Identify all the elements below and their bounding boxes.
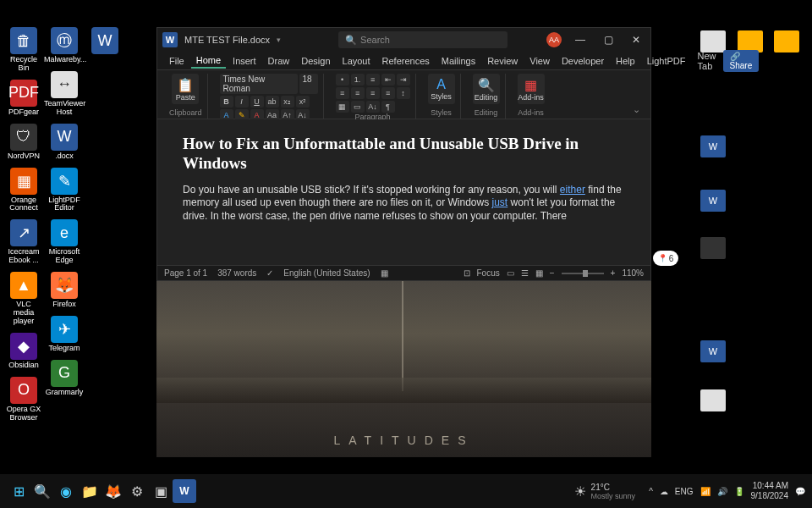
- desktop-file[interactable]: W: [700, 340, 726, 362]
- desktop-icon-orange-connect[interactable]: ▦Orange Connect: [5, 168, 42, 213]
- show-marks-button[interactable]: ¶: [381, 101, 395, 113]
- menu-developer[interactable]: Developer: [557, 54, 609, 68]
- desktop-icon-obsidian[interactable]: ◆Obsidian: [5, 333, 42, 370]
- align-center-button[interactable]: ≡: [351, 87, 365, 99]
- desktop-icon-nordvpn[interactable]: 🛡NordVPN: [5, 124, 42, 161]
- desktop-file[interactable]: W: [700, 190, 726, 212]
- spellcheck-icon[interactable]: ✓: [266, 268, 273, 278]
- desktop-icon-recycle-bin[interactable]: 🗑Recycle Bin: [5, 27, 42, 73]
- maximize-button[interactable]: ▢: [599, 32, 618, 47]
- menu-new-tab[interactable]: New Tab: [693, 49, 721, 73]
- zoom-slider[interactable]: [562, 273, 604, 274]
- web-layout-button[interactable]: ▦: [535, 268, 543, 278]
- user-avatar[interactable]: AA: [546, 32, 562, 47]
- start-button[interactable]: ⊞: [7, 479, 30, 503]
- menu-view[interactable]: View: [524, 54, 555, 68]
- multilevel-button[interactable]: ≡: [366, 74, 380, 86]
- indent-dec-button[interactable]: ⇤: [381, 74, 395, 86]
- menu-help[interactable]: Help: [611, 54, 640, 68]
- desktop-icon-teamviewer-host[interactable]: ↔TeamViewer Host: [46, 71, 83, 117]
- desktop-icon-firefox[interactable]: 🦊Firefox: [46, 272, 83, 309]
- menu-review[interactable]: Review: [482, 54, 523, 68]
- editing-button[interactable]: 🔍Editing: [473, 74, 500, 104]
- tray-volume-icon[interactable]: 🔊: [717, 487, 727, 496]
- justify-button[interactable]: ≡: [381, 87, 395, 99]
- word-count[interactable]: 387 words: [217, 268, 256, 278]
- tray-battery-icon[interactable]: 🔋: [734, 487, 744, 496]
- desktop-icon--docx[interactable]: W.docx: [46, 124, 83, 161]
- line-spacing-button[interactable]: ↕: [397, 87, 410, 99]
- superscript-button[interactable]: x²: [296, 96, 310, 108]
- notification-badge[interactable]: 6: [653, 251, 678, 266]
- font-name-select[interactable]: Times New Roman: [220, 74, 298, 94]
- indent-inc-button[interactable]: ⇥: [397, 74, 410, 86]
- menu-design[interactable]: Design: [296, 54, 335, 68]
- desktop-icon-icecream-ebook-[interactable]: ↗Icecream Ebook ...: [5, 219, 42, 265]
- menu-lightpdf[interactable]: LightPDF: [642, 54, 691, 68]
- desktop-icon-malwareby-[interactable]: ⓜMalwareby...: [46, 27, 83, 64]
- tray-language[interactable]: ENG: [675, 487, 694, 496]
- taskbar-explorer-icon[interactable]: 📁: [78, 479, 102, 503]
- desktop-icon-lightpdf-editor[interactable]: ✎LightPDF Editor: [46, 168, 83, 213]
- menu-file[interactable]: File: [164, 54, 189, 68]
- desktop-file[interactable]: [774, 30, 799, 52]
- italic-button[interactable]: I: [235, 96, 249, 108]
- menu-layout[interactable]: Layout: [337, 54, 376, 68]
- desktop-icon-telegram[interactable]: ✈Telegram: [46, 316, 83, 353]
- tray-wifi-icon[interactable]: 📶: [700, 487, 710, 496]
- taskbar-settings-icon[interactable]: ⚙: [125, 479, 149, 503]
- menu-home[interactable]: Home: [191, 53, 226, 69]
- menu-mailings[interactable]: Mailings: [436, 54, 480, 68]
- taskbar-app-icon[interactable]: ▣: [149, 479, 173, 503]
- bullets-button[interactable]: •: [336, 74, 349, 86]
- desktop-icon-vlc-media-player[interactable]: ▲VLC media player: [5, 272, 42, 326]
- desktop-icon-opera-gx-browser[interactable]: OOpera GX Browser: [5, 377, 42, 422]
- align-right-button[interactable]: ≡: [366, 87, 380, 99]
- zoom-out-button[interactable]: −: [550, 268, 555, 278]
- menu-insert[interactable]: Insert: [228, 54, 261, 68]
- shading-button[interactable]: ▦: [336, 101, 349, 113]
- share-button[interactable]: 🔗 Share: [723, 50, 760, 72]
- zoom-in-button[interactable]: +: [611, 268, 616, 278]
- search-input[interactable]: 🔍Search: [338, 31, 508, 48]
- focus-mode-button[interactable]: ⊡: [464, 268, 470, 278]
- print-layout-button[interactable]: ☰: [521, 268, 529, 278]
- close-button[interactable]: ✕: [627, 32, 645, 47]
- taskbar-search-button[interactable]: 🔍: [30, 479, 54, 503]
- underline-button[interactable]: U: [250, 96, 264, 108]
- taskbar-weather[interactable]: ☀ 21°C Mostly sunny: [574, 483, 636, 500]
- zoom-level[interactable]: 110%: [622, 268, 644, 278]
- borders-button[interactable]: ▭: [351, 101, 365, 113]
- sort-button[interactable]: A↓: [366, 101, 380, 113]
- taskbar-firefox-icon[interactable]: 🦊: [102, 479, 125, 503]
- desktop-icon-microsoft-edge[interactable]: eMicrosoft Edge: [46, 219, 83, 265]
- menu-references[interactable]: References: [377, 54, 435, 68]
- tray-clock[interactable]: 10:44 AM 9/18/2024: [751, 481, 789, 501]
- align-left-button[interactable]: ≡: [336, 87, 349, 99]
- read-mode-button[interactable]: ▭: [507, 268, 514, 278]
- styles-button[interactable]: AStyles: [428, 74, 455, 104]
- desktop-file[interactable]: W: [700, 135, 726, 157]
- taskbar-word-icon[interactable]: W: [173, 479, 196, 503]
- document-area[interactable]: How to Fix an Unformattable and Unusable…: [157, 119, 650, 265]
- desktop-file[interactable]: [700, 237, 726, 259]
- desktop-icon-pdfgear[interactable]: PDFPDFgear: [5, 80, 42, 117]
- paste-button[interactable]: 📋 Paste: [172, 74, 199, 104]
- desktop-file[interactable]: [700, 389, 726, 411]
- bold-button[interactable]: B: [220, 96, 233, 108]
- numbering-button[interactable]: 1.: [351, 74, 365, 86]
- language-indicator[interactable]: English (United States): [283, 268, 370, 278]
- strike-button[interactable]: ab: [266, 96, 279, 108]
- minimize-button[interactable]: —: [570, 32, 590, 47]
- desktop-icon-grammarly[interactable]: GGrammarly: [46, 360, 83, 397]
- subscript-button[interactable]: x₂: [281, 96, 294, 108]
- taskbar-edge-icon[interactable]: ◉: [54, 479, 78, 503]
- tray-chevron-icon[interactable]: ^: [649, 487, 653, 496]
- page-indicator[interactable]: Page 1 of 1: [164, 268, 207, 278]
- desktop-icon-file[interactable]: W: [86, 27, 123, 56]
- ribbon-collapse-button[interactable]: ⌄: [629, 101, 644, 119]
- menu-draw[interactable]: Draw: [263, 54, 295, 68]
- tray-onedrive-icon[interactable]: ☁: [660, 487, 668, 496]
- accessibility-icon[interactable]: ▦: [381, 268, 388, 278]
- addins-button[interactable]: ▦Add-ins: [518, 74, 545, 104]
